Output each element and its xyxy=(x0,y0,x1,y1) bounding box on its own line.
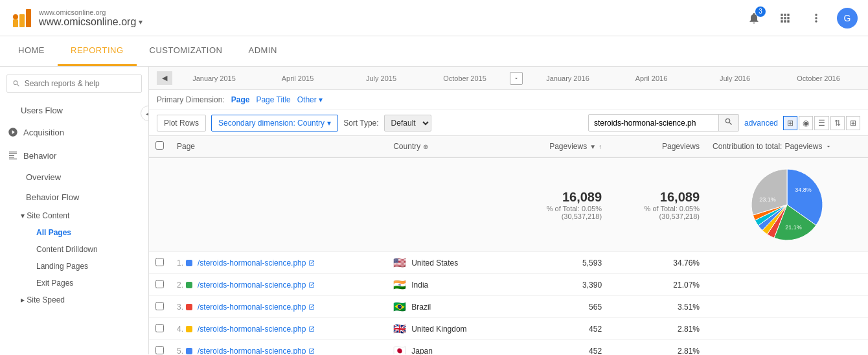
view-sort-button[interactable]: ⇅ xyxy=(830,116,845,130)
th-contribution: Contribution to total: Pageviews xyxy=(706,136,868,157)
timeline-range-btn[interactable] xyxy=(510,72,523,85)
header: www.omicsonline.org www.omicsonline.org … xyxy=(0,0,868,36)
timeline-label-7: October 2016 xyxy=(777,74,860,82)
secondary-dimension-button[interactable]: Secondary dimension: Country ▾ xyxy=(211,115,338,132)
sidebar-item-users-flow[interactable]: Users Flow xyxy=(0,100,148,120)
more-options-button[interactable] xyxy=(806,8,827,29)
row-contribution-cell xyxy=(706,296,868,318)
timeline-label-0: January 2015 xyxy=(172,74,256,82)
header-left: www.omicsonline.org www.omicsonline.org … xyxy=(10,6,143,30)
search-icon xyxy=(12,79,21,88)
tab-home[interactable]: HOME xyxy=(5,36,58,66)
external-link-icon xyxy=(308,260,315,266)
row-contribution-cell xyxy=(706,318,868,340)
table-row: 1. /steroids-hormonal-science.php 🇺🇸 Uni… xyxy=(149,252,868,274)
select-all-checkbox[interactable] xyxy=(155,141,164,150)
behavior-icon xyxy=(8,150,18,161)
sidebar-item-content-drilldown[interactable]: Content Drilldown xyxy=(0,241,148,258)
row-pageviews-cell: 3,390 xyxy=(510,274,608,296)
th-page-sort[interactable]: Page xyxy=(177,142,380,151)
row-checkbox[interactable] xyxy=(155,346,164,354)
row-country-cell: 🇺🇸 United States xyxy=(387,252,510,274)
country-sort-icon: ⊕ xyxy=(423,143,428,150)
row-page-link[interactable]: /steroids-hormonal-science.php xyxy=(198,347,306,355)
svg-rect-1 xyxy=(19,14,25,27)
row-page-cell: 4. /steroids-hormonal-science.php xyxy=(170,318,387,340)
toolbar-row: Plot Rows Secondary dimension: Country ▾… xyxy=(149,110,868,136)
sidebar-item-site-speed[interactable]: ▸ Site Speed xyxy=(0,292,148,308)
timeline-label-3: October 2015 xyxy=(423,74,507,82)
sidebar-item-site-content[interactable]: ▾ Site Content xyxy=(0,207,148,224)
sidebar-item-all-pages[interactable]: All Pages xyxy=(0,224,148,241)
dimension-label: Primary Dimension: xyxy=(157,95,225,104)
row-checkbox[interactable] xyxy=(155,258,164,266)
row-page-link[interactable]: /steroids-hormonal-science.php xyxy=(198,325,306,334)
row-page-cell: 5. /steroids-hormonal-science.php xyxy=(170,340,387,355)
tab-customization[interactable]: CUSTOMIZATION xyxy=(137,36,236,66)
user-avatar[interactable]: G xyxy=(837,8,858,29)
row-country-cell: 🇬🇧 United Kingdom xyxy=(387,318,510,340)
timeline-label-1: April 2015 xyxy=(256,74,339,82)
contribution-dropdown-icon[interactable] xyxy=(825,143,832,150)
plot-rows-button[interactable]: Plot Rows xyxy=(157,115,206,132)
sidebar-item-overview[interactable]: Overview xyxy=(0,167,148,187)
th-pageviews-sort[interactable]: Pageviews ▼ ↑ xyxy=(517,142,602,151)
tab-admin[interactable]: ADMIN xyxy=(235,36,290,66)
view-pivot-button[interactable]: ⊞ xyxy=(846,116,860,130)
dim-page-link[interactable]: Page xyxy=(231,95,250,104)
search-box[interactable] xyxy=(6,74,142,93)
sort-type-select[interactable]: Default xyxy=(384,115,431,132)
row-checkbox-cell xyxy=(149,274,170,296)
row-page-cell: 2. /steroids-hormonal-science.php xyxy=(170,274,387,296)
view-pie-button[interactable]: ◉ xyxy=(799,116,813,130)
site-info: www.omicsonline.org www.omicsonline.org … xyxy=(39,8,143,28)
row-number: 1. xyxy=(177,258,183,268)
row-pageviews-cell: 565 xyxy=(510,296,608,318)
pie-chart-svg: 34.8%23.1%21.1% xyxy=(745,163,829,247)
sidebar-item-behavior[interactable]: Behavior xyxy=(0,144,148,167)
row-page-link[interactable]: /steroids-hormonal-science.php xyxy=(198,303,306,312)
timeline-left-arrow[interactable]: ◀ xyxy=(157,71,172,85)
sidebar-item-acquisition[interactable]: Acquisition xyxy=(0,120,148,144)
row-color-dot xyxy=(186,348,192,354)
row-checkbox[interactable] xyxy=(155,280,164,288)
th-country-sort[interactable]: Country ⊕ xyxy=(393,142,504,151)
th-page: Page xyxy=(170,136,387,157)
notification-button[interactable]: 3 xyxy=(744,8,764,29)
search-field-button[interactable] xyxy=(718,115,738,131)
row-checkbox[interactable] xyxy=(155,324,164,332)
country-name: United Kingdom xyxy=(411,325,466,334)
row-number: 4. xyxy=(177,325,183,334)
dim-other-dropdown[interactable]: Other ▾ xyxy=(297,95,323,104)
content-area: ◀ January 2015 April 2015 July 2015 Octo… xyxy=(149,67,868,354)
summary-pageviews-cell: 16,089 % of Total: 0.05% (30,537,218) xyxy=(510,157,608,252)
row-pageviews-cell: 452 xyxy=(510,340,608,355)
nav-tabs: HOME REPORTING CUSTOMIZATION ADMIN xyxy=(0,36,868,67)
dim-page-title-link[interactable]: Page Title xyxy=(256,95,290,104)
row-color-dot xyxy=(186,282,192,288)
row-page-link[interactable]: /steroids-hormonal-science.php xyxy=(198,258,306,268)
range-icon xyxy=(513,75,520,82)
site-url-main-btn[interactable]: www.omicsonline.org ▾ xyxy=(39,16,143,28)
summary-contribution-cell: 34.8%23.1%21.1% 34.8% 23.1% 21.1% xyxy=(706,157,868,252)
sidebar-item-behavior-flow[interactable]: Behavior Flow xyxy=(0,187,148,207)
svg-rect-0 xyxy=(13,19,18,27)
sidebar-item-exit-pages[interactable]: Exit Pages xyxy=(0,275,148,292)
view-grid-button[interactable]: ⊞ xyxy=(783,116,797,130)
country-name: Brazil xyxy=(411,303,431,312)
apps-button[interactable] xyxy=(775,8,795,29)
th-pageviews2-sort[interactable]: Pageviews xyxy=(615,142,700,151)
search-input[interactable] xyxy=(25,79,136,88)
row-checkbox-cell xyxy=(149,340,170,355)
tab-reporting[interactable]: REPORTING xyxy=(58,36,137,66)
advanced-link[interactable]: advanced xyxy=(744,119,778,128)
svg-text:21.1%: 21.1% xyxy=(785,224,802,231)
row-pageviews-cell: 452 xyxy=(510,318,608,340)
table-row: 3. /steroids-hormonal-science.php 🇧🇷 Bra… xyxy=(149,296,868,318)
row-checkbox-cell xyxy=(149,318,170,340)
row-checkbox[interactable] xyxy=(155,302,164,310)
row-page-link[interactable]: /steroids-hormonal-science.php xyxy=(198,281,306,290)
search-field-input[interactable] xyxy=(589,116,718,130)
view-list-button[interactable]: ☰ xyxy=(814,116,829,130)
sidebar-item-landing-pages[interactable]: Landing Pages xyxy=(0,258,148,275)
